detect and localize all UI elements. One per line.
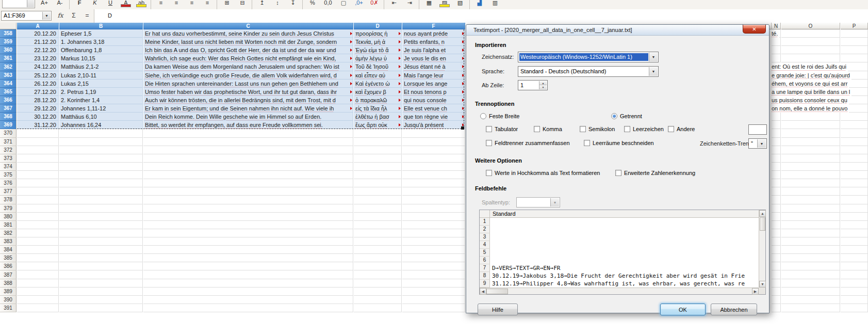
cell[interactable] xyxy=(354,154,402,163)
column-header-A[interactable]: A xyxy=(17,23,59,29)
cell[interactable]: Lukas 2,15 xyxy=(59,79,143,88)
cell[interactable] xyxy=(841,221,868,229)
cell[interactable] xyxy=(772,129,781,137)
row-header-375[interactable]: 375 xyxy=(0,171,17,179)
cell[interactable] xyxy=(772,288,781,296)
cell[interactable] xyxy=(772,138,781,146)
italic-icon[interactable]: K xyxy=(88,0,102,8)
cell[interactable] xyxy=(59,246,143,254)
cell[interactable] xyxy=(781,229,840,237)
cell[interactable] xyxy=(402,262,465,270)
chart-icon[interactable]: ▟ xyxy=(472,0,487,8)
cell[interactable] xyxy=(17,262,59,270)
cell[interactable] xyxy=(354,288,402,296)
row-header-373[interactable]: 373 xyxy=(0,154,17,163)
cell[interactable] xyxy=(841,38,868,46)
percent-format-icon[interactable]: % xyxy=(305,0,320,8)
cell[interactable]: 2. Petrus 1,19 xyxy=(59,88,143,96)
cell[interactable]: προορίσας ἡ xyxy=(354,29,402,38)
cell[interactable] xyxy=(59,146,143,154)
cell[interactable] xyxy=(781,38,840,46)
row-header-389[interactable]: 389 xyxy=(0,288,17,296)
cell[interactable]: ἐλθέτω ἡ βασ xyxy=(354,113,402,121)
row-header-390[interactable]: 390 xyxy=(0,296,17,304)
cell[interactable] xyxy=(772,54,781,62)
cell[interactable]: Da kamen Weise aus dem Morgenland nach J… xyxy=(143,62,353,71)
cell[interactable]: 20.12.20 xyxy=(17,29,59,38)
cell[interactable] xyxy=(402,213,465,221)
decrease-font-size-icon[interactable]: A- xyxy=(53,0,67,8)
cell[interactable] xyxy=(402,154,465,163)
cell[interactable] xyxy=(781,254,840,262)
row-header-376[interactable]: 376 xyxy=(0,179,17,187)
comma-checkbox[interactable]: Komma xyxy=(534,125,562,133)
cell[interactable]: καὶ εἶπεν αὐ xyxy=(354,71,402,79)
cell[interactable] xyxy=(354,163,402,171)
cell[interactable] xyxy=(59,288,143,296)
cell[interactable]: Matthäus 2,1-2 xyxy=(59,62,143,71)
cell[interactable] xyxy=(59,179,143,187)
cell[interactable]: Ἐγώ εἰμι τὸ ἄ xyxy=(354,46,402,54)
cell[interactable] xyxy=(841,171,868,179)
cell[interactable] xyxy=(143,246,353,254)
preview-vertical-scrollbar[interactable]: ▲ ▼ xyxy=(759,210,765,288)
cell[interactable] xyxy=(143,229,353,237)
cell[interactable] xyxy=(143,138,353,146)
cell[interactable] xyxy=(841,279,868,288)
decrease-indent-icon[interactable]: ⇤ xyxy=(387,0,401,8)
cell[interactable] xyxy=(772,154,781,163)
cell[interactable] xyxy=(354,171,402,179)
cell[interactable]: Je vous le dis en xyxy=(402,54,465,62)
cell[interactable] xyxy=(59,138,143,146)
row-header-378[interactable]: 378 xyxy=(0,196,17,204)
cell[interactable]: Matthäus 6,10 xyxy=(59,113,143,121)
overflow-text[interactable]: e grande joie: | c'est qu'aujourd xyxy=(772,71,851,79)
name-box-dropdown-icon[interactable]: ▼ xyxy=(42,12,51,20)
cell[interactable] xyxy=(781,246,840,254)
row-header-360[interactable]: 360 xyxy=(0,46,17,54)
column-header-P[interactable]: P xyxy=(841,23,868,29)
cell[interactable] xyxy=(402,296,465,304)
cell[interactable] xyxy=(59,237,143,246)
cell[interactable]: Elle est venue ch xyxy=(402,104,465,113)
cell[interactable]: Johannes 1,11-12 xyxy=(59,104,143,113)
dialog-title-bar[interactable]: Textimport - [2020_merger_all_data_in_on… xyxy=(466,25,769,36)
cell[interactable] xyxy=(781,54,840,62)
cell[interactable] xyxy=(143,304,353,312)
cell[interactable] xyxy=(772,246,781,254)
cell[interactable] xyxy=(17,187,59,196)
row-header-382[interactable]: 382 xyxy=(0,229,17,237)
cell[interactable] xyxy=(354,213,402,221)
cell[interactable] xyxy=(17,254,59,262)
freeze-panes-icon[interactable]: ▥ xyxy=(488,0,502,8)
cell[interactable] xyxy=(781,113,840,121)
cell[interactable] xyxy=(841,196,868,204)
cell[interactable]: Lorsque les ange xyxy=(402,79,465,88)
cell[interactable]: Markus 10,15 xyxy=(59,54,143,62)
cell[interactable] xyxy=(354,129,402,137)
cell[interactable]: 31.12.20 xyxy=(17,121,59,129)
cell[interactable] xyxy=(781,237,840,246)
cell[interactable] xyxy=(772,113,781,121)
cell[interactable]: Jésus étant né à xyxy=(402,62,465,71)
row-header-386[interactable]: 386 xyxy=(0,262,17,270)
cell[interactable] xyxy=(841,237,868,246)
cell[interactable] xyxy=(354,138,402,146)
cell[interactable] xyxy=(143,279,353,288)
cell[interactable] xyxy=(781,129,840,137)
cell[interactable] xyxy=(17,221,59,229)
other-separator-input[interactable] xyxy=(748,124,767,135)
cell[interactable] xyxy=(402,246,465,254)
preview-horizontal-scrollbar[interactable]: ◀ ▶ xyxy=(480,288,759,294)
cell[interactable] xyxy=(59,221,143,229)
row-header-362[interactable]: 362 xyxy=(0,62,17,71)
merge-delimiters-checkbox[interactable]: Feldtrenner zusammenfassen xyxy=(486,139,570,147)
cell[interactable]: Jusqu'à présent xyxy=(402,121,465,129)
background-color-icon[interactable]: ▨ xyxy=(437,0,452,8)
cell[interactable] xyxy=(17,288,59,296)
ok-button[interactable]: OK xyxy=(660,304,706,315)
trim-spaces-checkbox[interactable]: Leerräume beschneiden xyxy=(584,139,654,147)
cell[interactable] xyxy=(772,204,781,213)
justify-icon[interactable]: ≡ xyxy=(200,0,215,8)
row-header-387[interactable]: 387 xyxy=(0,270,17,279)
